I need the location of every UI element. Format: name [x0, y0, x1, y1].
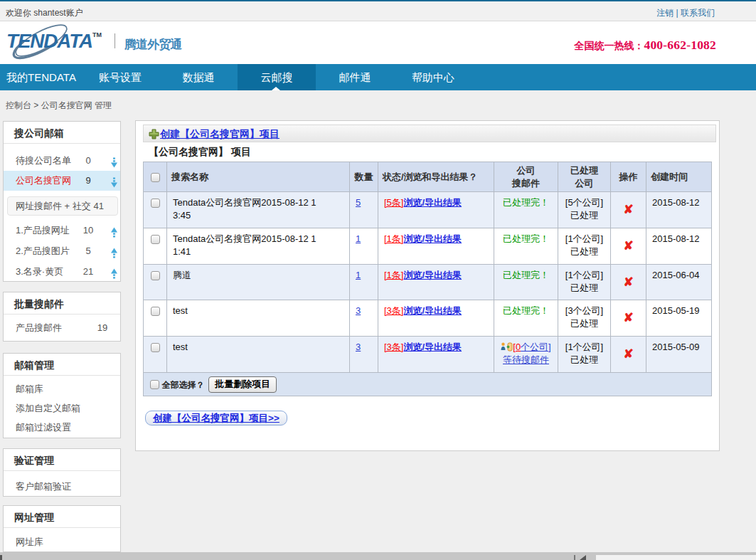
svg-text:TENDATA: TENDATA: [6, 31, 92, 52]
svg-text:TM: TM: [92, 31, 102, 38]
